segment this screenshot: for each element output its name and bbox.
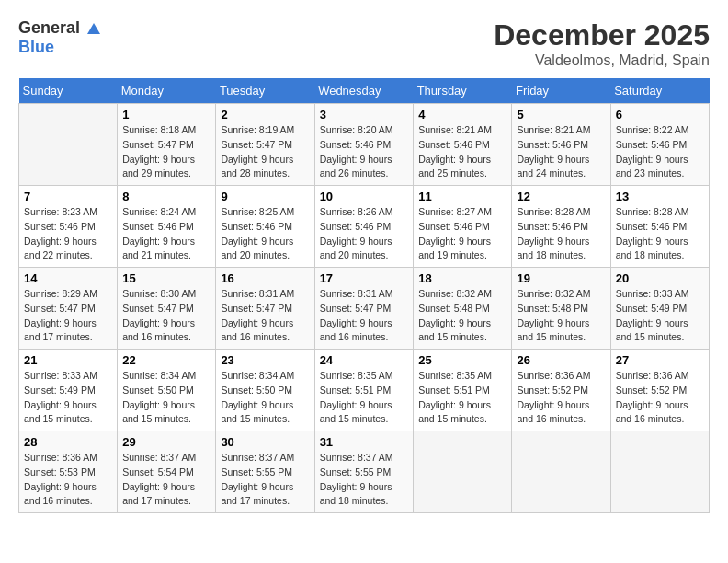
- day-number: 15: [122, 271, 210, 285]
- svg-marker-0: [87, 23, 100, 34]
- day-number: 18: [418, 271, 506, 285]
- calendar-cell: [19, 104, 118, 186]
- calendar-cell: 29Sunrise: 8:37 AM Sunset: 5:54 PM Dayli…: [118, 431, 216, 513]
- day-info: Sunrise: 8:34 AM Sunset: 5:50 PM Dayligh…: [122, 369, 210, 427]
- calendar-cell: 5Sunrise: 8:21 AM Sunset: 5:46 PM Daylig…: [512, 104, 610, 186]
- calendar-cell: 14Sunrise: 8:29 AM Sunset: 5:47 PM Dayli…: [19, 268, 118, 350]
- day-header-friday: Friday: [512, 78, 610, 104]
- day-number: 9: [221, 190, 309, 203]
- day-info: Sunrise: 8:35 AM Sunset: 5:51 PM Dayligh…: [320, 369, 409, 427]
- day-number: 30: [221, 435, 309, 449]
- day-number: 20: [616, 271, 704, 285]
- day-info: Sunrise: 8:33 AM Sunset: 5:49 PM Dayligh…: [616, 287, 704, 345]
- day-number: 12: [517, 190, 605, 203]
- calendar-cell: 25Sunrise: 8:35 AM Sunset: 5:51 PM Dayli…: [414, 350, 512, 431]
- day-info: Sunrise: 8:22 AM Sunset: 5:46 PM Dayligh…: [616, 123, 704, 181]
- week-row-2: 7Sunrise: 8:23 AM Sunset: 5:46 PM Daylig…: [19, 186, 710, 268]
- calendar-cell: 27Sunrise: 8:36 AM Sunset: 5:52 PM Dayli…: [610, 350, 709, 431]
- day-info: Sunrise: 8:35 AM Sunset: 5:51 PM Dayligh…: [418, 369, 506, 427]
- day-info: Sunrise: 8:26 AM Sunset: 5:46 PM Dayligh…: [320, 205, 409, 263]
- day-number: 4: [418, 108, 506, 121]
- day-number: 6: [616, 108, 704, 121]
- day-number: 13: [616, 190, 704, 203]
- week-row-5: 28Sunrise: 8:36 AM Sunset: 5:53 PM Dayli…: [19, 431, 710, 513]
- day-info: Sunrise: 8:30 AM Sunset: 5:47 PM Dayligh…: [122, 287, 210, 345]
- day-info: Sunrise: 8:31 AM Sunset: 5:47 PM Dayligh…: [320, 287, 409, 345]
- day-number: 11: [418, 190, 506, 203]
- calendar-cell: 8Sunrise: 8:24 AM Sunset: 5:46 PM Daylig…: [118, 186, 216, 268]
- day-header-sunday: Sunday: [19, 78, 118, 104]
- day-number: 16: [221, 271, 309, 285]
- page-header: General Blue December 2025 Valdeolmos, M…: [18, 18, 710, 69]
- logo-blue: Blue: [18, 38, 54, 56]
- day-number: 31: [320, 435, 409, 449]
- days-header-row: SundayMondayTuesdayWednesdayThursdayFrid…: [19, 78, 710, 104]
- day-number: 1: [122, 108, 210, 121]
- calendar-cell: 2Sunrise: 8:19 AM Sunset: 5:47 PM Daylig…: [216, 104, 314, 186]
- day-number: 21: [24, 353, 112, 367]
- title-section: December 2025 Valdeolmos, Madrid, Spain: [494, 18, 710, 69]
- week-row-3: 14Sunrise: 8:29 AM Sunset: 5:47 PM Dayli…: [19, 268, 710, 350]
- calendar-cell: [414, 431, 512, 513]
- day-number: 2: [221, 108, 309, 121]
- day-info: Sunrise: 8:34 AM Sunset: 5:50 PM Dayligh…: [221, 369, 309, 427]
- day-info: Sunrise: 8:32 AM Sunset: 5:48 PM Dayligh…: [517, 287, 605, 345]
- calendar-cell: 18Sunrise: 8:32 AM Sunset: 5:48 PM Dayli…: [414, 268, 512, 350]
- day-info: Sunrise: 8:36 AM Sunset: 5:52 PM Dayligh…: [517, 369, 605, 427]
- week-row-4: 21Sunrise: 8:33 AM Sunset: 5:49 PM Dayli…: [19, 350, 710, 431]
- day-info: Sunrise: 8:27 AM Sunset: 5:46 PM Dayligh…: [418, 205, 506, 263]
- calendar-cell: 13Sunrise: 8:28 AM Sunset: 5:46 PM Dayli…: [610, 186, 709, 268]
- day-info: Sunrise: 8:32 AM Sunset: 5:48 PM Dayligh…: [418, 287, 506, 345]
- day-header-thursday: Thursday: [414, 78, 512, 104]
- calendar-cell: [512, 431, 610, 513]
- calendar-cell: 20Sunrise: 8:33 AM Sunset: 5:49 PM Dayli…: [610, 268, 709, 350]
- logo-icon: [85, 21, 102, 38]
- calendar-cell: 6Sunrise: 8:22 AM Sunset: 5:46 PM Daylig…: [610, 104, 709, 186]
- calendar-cell: 28Sunrise: 8:36 AM Sunset: 5:53 PM Dayli…: [19, 431, 118, 513]
- day-info: Sunrise: 8:37 AM Sunset: 5:55 PM Dayligh…: [320, 451, 409, 509]
- calendar-cell: 4Sunrise: 8:21 AM Sunset: 5:46 PM Daylig…: [414, 104, 512, 186]
- day-number: 28: [24, 435, 112, 449]
- day-info: Sunrise: 8:37 AM Sunset: 5:55 PM Dayligh…: [221, 451, 309, 509]
- calendar-cell: 7Sunrise: 8:23 AM Sunset: 5:46 PM Daylig…: [19, 186, 118, 268]
- calendar-cell: 23Sunrise: 8:34 AM Sunset: 5:50 PM Dayli…: [216, 350, 314, 431]
- day-info: Sunrise: 8:28 AM Sunset: 5:46 PM Dayligh…: [517, 205, 605, 263]
- day-info: Sunrise: 8:19 AM Sunset: 5:47 PM Dayligh…: [221, 123, 309, 181]
- logo-text: General Blue: [18, 18, 103, 57]
- day-info: Sunrise: 8:36 AM Sunset: 5:52 PM Dayligh…: [616, 369, 704, 427]
- calendar-cell: 21Sunrise: 8:33 AM Sunset: 5:49 PM Dayli…: [19, 350, 118, 431]
- day-number: 10: [320, 190, 409, 203]
- day-info: Sunrise: 8:25 AM Sunset: 5:46 PM Dayligh…: [221, 205, 309, 263]
- day-number: 26: [517, 353, 605, 367]
- month-title: December 2025: [494, 18, 710, 52]
- day-info: Sunrise: 8:21 AM Sunset: 5:46 PM Dayligh…: [517, 123, 605, 181]
- calendar-cell: 11Sunrise: 8:27 AM Sunset: 5:46 PM Dayli…: [414, 186, 512, 268]
- day-number: 3: [320, 108, 409, 121]
- calendar-cell: 9Sunrise: 8:25 AM Sunset: 5:46 PM Daylig…: [216, 186, 314, 268]
- calendar-cell: 26Sunrise: 8:36 AM Sunset: 5:52 PM Dayli…: [512, 350, 610, 431]
- calendar-cell: 1Sunrise: 8:18 AM Sunset: 5:47 PM Daylig…: [118, 104, 216, 186]
- day-number: 22: [122, 353, 210, 367]
- day-info: Sunrise: 8:21 AM Sunset: 5:46 PM Dayligh…: [418, 123, 506, 181]
- day-info: Sunrise: 8:31 AM Sunset: 5:47 PM Dayligh…: [221, 287, 309, 345]
- day-info: Sunrise: 8:24 AM Sunset: 5:46 PM Dayligh…: [122, 205, 210, 263]
- day-number: 25: [418, 353, 506, 367]
- day-number: 14: [24, 271, 112, 285]
- calendar-cell: 17Sunrise: 8:31 AM Sunset: 5:47 PM Dayli…: [314, 268, 414, 350]
- day-info: Sunrise: 8:18 AM Sunset: 5:47 PM Dayligh…: [122, 123, 210, 181]
- calendar-cell: 12Sunrise: 8:28 AM Sunset: 5:46 PM Dayli…: [512, 186, 610, 268]
- day-number: 29: [122, 435, 210, 449]
- day-number: 23: [221, 353, 309, 367]
- day-info: Sunrise: 8:36 AM Sunset: 5:53 PM Dayligh…: [24, 451, 112, 509]
- logo: General Blue: [18, 18, 103, 57]
- day-info: Sunrise: 8:28 AM Sunset: 5:46 PM Dayligh…: [616, 205, 704, 263]
- day-number: 7: [24, 190, 112, 203]
- day-number: 5: [517, 108, 605, 121]
- day-header-saturday: Saturday: [610, 78, 709, 104]
- calendar-cell: 16Sunrise: 8:31 AM Sunset: 5:47 PM Dayli…: [216, 268, 314, 350]
- calendar-cell: 24Sunrise: 8:35 AM Sunset: 5:51 PM Dayli…: [314, 350, 414, 431]
- calendar-cell: 22Sunrise: 8:34 AM Sunset: 5:50 PM Dayli…: [118, 350, 216, 431]
- calendar-cell: 30Sunrise: 8:37 AM Sunset: 5:55 PM Dayli…: [216, 431, 314, 513]
- week-row-1: 1Sunrise: 8:18 AM Sunset: 5:47 PM Daylig…: [19, 104, 710, 186]
- logo-general: General: [18, 18, 80, 37]
